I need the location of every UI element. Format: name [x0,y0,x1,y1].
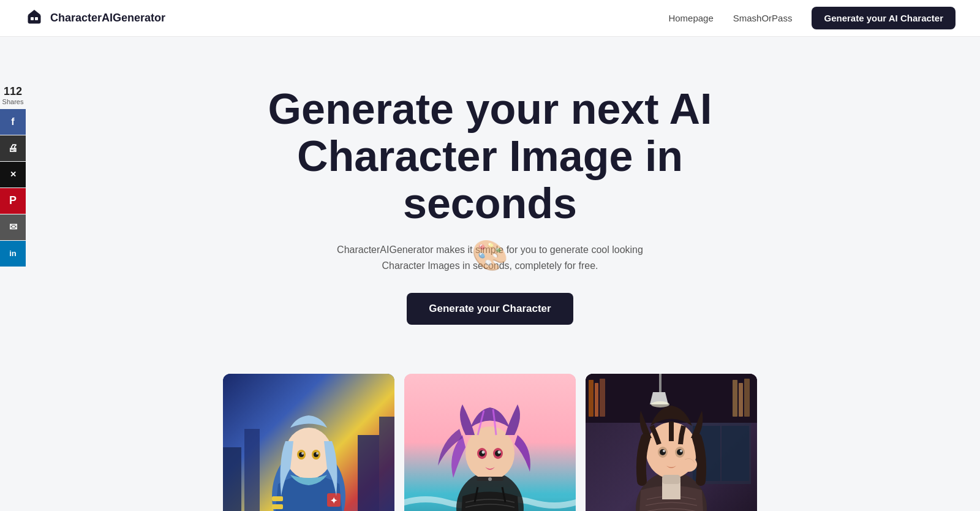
linkedin-share-button[interactable]: in [0,241,26,267]
svg-marker-1 [28,10,40,15]
svg-rect-38 [589,380,594,417]
logo-icon [24,9,44,28]
email-share-button[interactable]: ✉ [0,214,26,240]
svg-point-53 [677,449,683,455]
svg-rect-0 [28,15,40,23]
svg-rect-3 [35,17,38,20]
hero-title: Generate your next AI Character Image in… [214,86,766,227]
svg-rect-10 [272,496,283,501]
svg-point-52 [660,449,666,455]
svg-rect-39 [595,383,598,417]
svg-text:✦: ✦ [330,496,337,505]
nav-smash-link[interactable]: SmashOrPass [733,13,793,23]
svg-rect-40 [600,379,605,417]
facebook-icon: f [11,116,14,127]
social-sidebar: 112 Shares f 🖨 ✕ P ✉ in [0,86,26,267]
pinterest-share-button[interactable]: P [0,188,26,214]
nav-homepage-link[interactable]: Homepage [668,13,713,23]
logo-text: CharacterAIGenerator [50,12,165,25]
gallery: ✦ [0,349,980,511]
svg-rect-8 [379,417,394,511]
gallery-svg-3 [586,374,757,511]
svg-rect-42 [739,383,743,417]
twitter-icon: ✕ [10,170,17,179]
facebook-share-button[interactable]: f [0,109,26,135]
linkedin-icon: in [9,249,17,258]
svg-rect-46 [722,426,749,481]
print-icon: 🖨 [8,143,18,154]
svg-point-30 [498,451,501,454]
pinterest-icon: P [9,194,17,207]
shares-label: Shares [2,98,24,105]
shares-count: 112 [4,86,22,98]
svg-point-32 [488,477,492,481]
gallery-item-2 [404,374,576,511]
gallery-item-3 [586,374,757,511]
svg-rect-7 [358,435,379,511]
gallery-image-2 [404,374,576,511]
nav-cta-button[interactable]: Generate your AI Character [812,7,956,29]
gallery-svg-1: ✦ [223,374,394,511]
svg-point-29 [482,451,485,454]
svg-point-56 [680,457,697,472]
svg-rect-6 [244,429,260,511]
twitter-share-button[interactable]: ✕ [0,162,26,187]
svg-point-20 [316,452,318,455]
nav-links: Homepage SmashOrPass Generate your AI Ch… [668,7,956,29]
svg-rect-41 [733,380,737,417]
navbar: CharacterAIGenerator Homepage SmashOrPas… [0,0,980,37]
gallery-svg-2 [404,374,576,511]
svg-rect-11 [272,504,283,509]
logo-link[interactable]: CharacterAIGenerator [24,9,165,28]
svg-rect-57 [662,475,680,484]
gallery-image-1: ✦ [223,374,394,511]
gallery-item-1: ✦ [223,374,394,511]
hero-cta-button[interactable]: Generate your Character [407,293,573,325]
svg-point-54 [663,450,665,452]
svg-rect-5 [223,447,241,511]
svg-point-19 [301,452,304,455]
email-icon: ✉ [9,221,17,233]
svg-rect-2 [31,17,34,20]
svg-rect-43 [744,379,750,417]
print-button[interactable]: 🖨 [0,135,26,161]
svg-point-55 [680,450,682,452]
svg-rect-35 [659,374,662,392]
svg-point-37 [651,401,669,407]
hero-section: Generate your next AI Character Image in… [0,37,980,349]
svg-point-14 [285,428,332,479]
gallery-image-3 [586,374,757,511]
